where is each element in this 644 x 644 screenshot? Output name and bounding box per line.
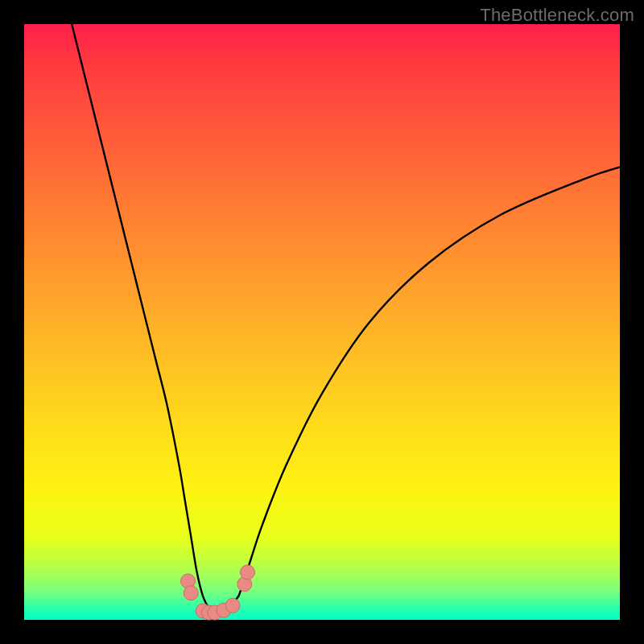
bottleneck-curve xyxy=(72,24,620,615)
plot-area xyxy=(24,24,620,620)
curve-marker xyxy=(184,586,198,601)
curve-marker xyxy=(225,598,240,613)
chart-frame: TheBottleneck.com xyxy=(0,0,644,644)
curve-marker xyxy=(241,565,255,580)
chart-svg xyxy=(24,24,620,620)
watermark-text: TheBottleneck.com xyxy=(480,5,634,26)
curve-markers xyxy=(181,565,255,620)
